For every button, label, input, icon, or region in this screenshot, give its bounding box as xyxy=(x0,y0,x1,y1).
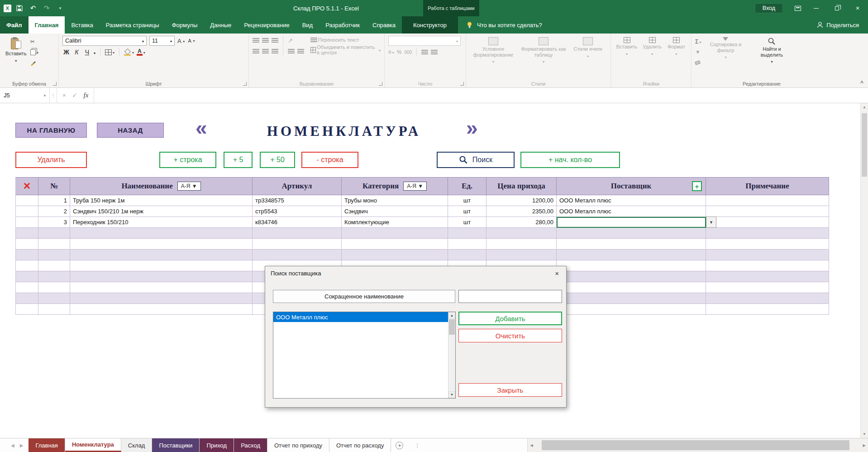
decrease-decimal-icon[interactable] xyxy=(431,50,438,54)
cell[interactable] xyxy=(448,228,486,239)
cell[interactable] xyxy=(706,260,829,271)
add-50-rows-button[interactable]: + 50 xyxy=(260,152,295,168)
collapse-ribbon-icon[interactable]: ^ xyxy=(860,80,863,86)
orientation-button[interactable]: ↗ xyxy=(288,37,293,44)
name-box-caret-icon[interactable]: ▾ xyxy=(43,93,46,98)
comma-style-button[interactable]: 000 xyxy=(404,48,412,56)
formula-bar-divider[interactable]: ⋮ xyxy=(50,88,57,103)
dialog-launcher-icon[interactable] xyxy=(53,82,57,86)
sheet-tab-postavshchiki[interactable]: Поставщики xyxy=(152,438,200,452)
supplier-cell[interactable]: ООО Металл плюс xyxy=(557,206,706,217)
category-cell[interactable]: Трубы моно xyxy=(342,195,448,206)
dialog-launcher-icon[interactable] xyxy=(460,82,464,86)
cell[interactable] xyxy=(557,282,706,293)
dialog-close-button[interactable]: Закрыть xyxy=(458,383,562,397)
category-cell[interactable]: Сэндвич xyxy=(342,206,448,217)
cell[interactable] xyxy=(342,239,448,250)
cell[interactable] xyxy=(15,293,38,304)
conditional-formatting-button[interactable]: Условное форматирование xyxy=(470,36,517,64)
cell[interactable] xyxy=(486,250,557,260)
chevron-right-icon[interactable]: » xyxy=(466,119,478,137)
prev-sheet-icon[interactable]: ◀ xyxy=(11,443,14,448)
restore-button[interactable] xyxy=(826,0,847,16)
cell[interactable] xyxy=(70,293,253,304)
cell[interactable] xyxy=(706,271,829,282)
dialog-launcher-icon[interactable] xyxy=(379,82,382,86)
format-cells-button[interactable]: Формат xyxy=(665,36,687,56)
cell[interactable] xyxy=(253,228,342,239)
listbox-item-selected[interactable]: ООО Металл плюс xyxy=(273,312,448,322)
cell[interactable] xyxy=(70,260,253,271)
sheet-tab-otchet-rashod[interactable]: Отчет по расходу xyxy=(329,438,391,452)
cell[interactable] xyxy=(38,228,70,239)
cell[interactable] xyxy=(15,228,38,239)
percent-style-button[interactable]: % xyxy=(397,48,402,56)
scroll-down-icon[interactable]: ▼ xyxy=(448,391,455,398)
dialog-close-icon[interactable]: × xyxy=(553,269,561,277)
increase-decimal-icon[interactable] xyxy=(421,50,428,54)
sort-name-button[interactable]: А-Я ▼ xyxy=(177,182,201,191)
cell[interactable] xyxy=(15,304,38,315)
tab-formulas[interactable]: Формулы xyxy=(166,16,204,34)
tab-help[interactable]: Справка xyxy=(366,16,402,34)
cell[interactable] xyxy=(38,239,70,250)
article-cell[interactable]: стр5543 xyxy=(253,206,342,217)
note-cell[interactable] xyxy=(706,206,829,217)
close-button[interactable]: × xyxy=(847,0,868,16)
tab-page-layout[interactable]: Разметка страницы xyxy=(100,16,166,34)
decrease-indent-icon[interactable] xyxy=(288,49,295,53)
tab-table-design[interactable]: Конструктор xyxy=(402,16,458,34)
dialog-add-button[interactable]: Добавить xyxy=(458,312,562,325)
undo-button[interactable]: ↶ xyxy=(27,2,39,14)
align-middle-icon[interactable] xyxy=(262,38,269,43)
cell[interactable] xyxy=(70,304,253,315)
row-gutter-cell[interactable] xyxy=(15,206,38,217)
article-cell[interactable]: к834746 xyxy=(253,217,342,228)
ribbon-display-options-button[interactable] xyxy=(790,0,806,16)
cut-button[interactable]: ✂ xyxy=(30,38,38,46)
cell[interactable] xyxy=(253,239,342,250)
format-painter-button[interactable] xyxy=(30,58,38,67)
confirm-entry-icon[interactable]: ✓ xyxy=(72,92,77,99)
cell[interactable] xyxy=(448,239,486,250)
tab-insert[interactable]: Вставка xyxy=(65,16,99,34)
add-supplier-button[interactable]: + xyxy=(692,181,702,191)
formula-input[interactable] xyxy=(94,88,868,103)
scroll-thumb[interactable] xyxy=(542,440,849,450)
dialog-search-input[interactable] xyxy=(458,290,562,303)
scroll-down-icon[interactable]: ▼ xyxy=(861,430,868,438)
cell-styles-button[interactable]: Стили ячеек xyxy=(570,36,606,58)
copy-button[interactable] xyxy=(30,48,38,56)
tab-bar-divider-icon[interactable]: ⋮ xyxy=(408,438,426,452)
search-button[interactable]: Поиск xyxy=(437,152,515,168)
tab-data[interactable]: Данные xyxy=(204,16,238,34)
next-sheet-icon[interactable]: ▶ xyxy=(20,443,24,448)
align-bottom-icon[interactable] xyxy=(272,38,278,43)
sheet-tab-sklad[interactable]: Склад xyxy=(121,438,153,452)
borders-button[interactable] xyxy=(105,48,114,56)
cell[interactable] xyxy=(486,239,557,250)
cell[interactable] xyxy=(70,282,253,293)
cell[interactable] xyxy=(448,250,486,260)
underline-button[interactable]: Ч xyxy=(83,48,91,56)
unit-cell[interactable]: шт xyxy=(448,217,486,228)
cell[interactable] xyxy=(38,304,70,315)
accounting-format-button[interactable]: ¤ xyxy=(388,48,394,56)
cell[interactable] xyxy=(706,304,829,315)
cell[interactable] xyxy=(15,250,38,260)
decrease-font-button[interactable]: А▼ xyxy=(188,37,196,45)
price-cell[interactable]: 2350,00 xyxy=(486,206,557,217)
cell[interactable] xyxy=(253,250,342,260)
scroll-track[interactable] xyxy=(535,438,860,452)
cell[interactable] xyxy=(38,250,70,260)
dialog-column-header[interactable]: Сокращенное наименование xyxy=(273,290,455,303)
cell[interactable] xyxy=(557,304,706,315)
increase-indent-icon[interactable] xyxy=(297,49,304,53)
cell[interactable] xyxy=(15,239,38,250)
cell[interactable] xyxy=(342,228,448,239)
delete-all-icon[interactable]: ✕ xyxy=(23,182,31,191)
tab-view[interactable]: Вид xyxy=(296,16,320,34)
home-button[interactable]: НА ГЛАВНУЮ xyxy=(15,123,87,138)
fill-button[interactable]: ▼ xyxy=(695,48,701,56)
supplier-listbox[interactable]: ООО Металл плюс ▲ ▼ xyxy=(273,312,456,399)
